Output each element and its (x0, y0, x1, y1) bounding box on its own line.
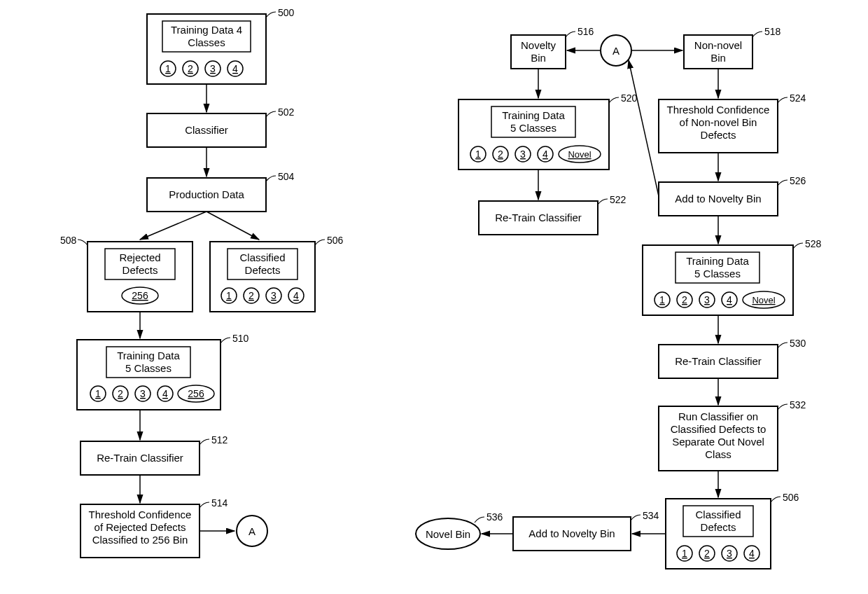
class-2: 2 (188, 63, 193, 74)
label-production: Production Data (169, 188, 244, 200)
svg-text:Add to Novelty Bin: Add to Novelty Bin (528, 527, 615, 539)
ref-510: 510 (232, 333, 249, 344)
svg-text:2: 2 (498, 148, 503, 160)
node-training-5-256: Training Data 5 Classes 1 2 3 4 256 (77, 340, 220, 410)
svg-text:Re-Train Classifier: Re-Train Classifier (97, 452, 183, 464)
ref-508: 508 (60, 235, 77, 246)
ref-520: 520 (621, 92, 638, 104)
svg-text:1: 1 (226, 290, 232, 301)
svg-line-81 (629, 60, 659, 196)
svg-text:Novelty: Novelty (521, 39, 556, 51)
class-1: 1 (165, 63, 171, 74)
svg-text:Re-Train Classifier: Re-Train Classifier (675, 355, 762, 367)
svg-text:Bin: Bin (710, 52, 726, 64)
ref-512: 512 (211, 434, 228, 446)
ref-522: 522 (610, 194, 626, 205)
label: Training Data 4 (171, 24, 242, 36)
svg-text:2: 2 (248, 290, 254, 301)
svg-text:Class: Class (705, 448, 732, 460)
ref-504: 504 (278, 171, 295, 182)
svg-text:Classified Defects to: Classified Defects to (671, 423, 766, 435)
svg-line-8 (140, 212, 206, 240)
svg-text:Novel: Novel (568, 149, 591, 160)
svg-line-9 (206, 212, 259, 240)
svg-text:1: 1 (682, 548, 687, 559)
ref-506b: 506 (783, 492, 799, 503)
ref-518: 518 (764, 26, 781, 37)
svg-text:3: 3 (704, 294, 710, 305)
svg-text:A: A (248, 525, 255, 537)
svg-text:4: 4 (542, 148, 548, 160)
node-training-5-novel-520: Training Data 5 Classes 1 2 3 4 Novel (458, 99, 609, 170)
label: Classes (188, 36, 225, 48)
svg-text:Threshold Confidence: Threshold Confidence (89, 509, 192, 520)
svg-text:256: 256 (132, 290, 148, 301)
svg-text:Rejected: Rejected (119, 251, 160, 263)
svg-text:4: 4 (749, 548, 755, 559)
svg-text:of Non-novel Bin: of Non-novel Bin (680, 116, 757, 128)
svg-text:Threshold Confidence: Threshold Confidence (667, 104, 770, 116)
svg-text:Defects: Defects (701, 521, 736, 533)
ref-524: 524 (790, 92, 806, 104)
svg-text:4: 4 (293, 290, 299, 301)
svg-text:Defects: Defects (701, 129, 736, 141)
svg-text:Classified: Classified (239, 251, 285, 263)
svg-text:Novel Bin: Novel Bin (426, 528, 470, 540)
ref-532: 532 (790, 399, 806, 410)
svg-text:5 Classes: 5 Classes (125, 362, 172, 374)
ref-514: 514 (211, 497, 228, 509)
svg-text:1: 1 (95, 388, 101, 399)
ref-536: 536 (486, 511, 503, 523)
svg-text:3: 3 (271, 290, 276, 301)
ref-500: 500 (278, 7, 295, 18)
svg-text:1: 1 (659, 294, 665, 305)
svg-text:Bin: Bin (531, 52, 546, 64)
svg-text:Non-novel: Non-novel (694, 39, 742, 51)
ref-516: 516 (578, 26, 594, 37)
svg-text:2: 2 (118, 388, 123, 399)
svg-text:Add to Novelty Bin: Add to Novelty Bin (675, 193, 761, 205)
svg-text:2: 2 (704, 548, 710, 559)
svg-text:2: 2 (682, 294, 687, 305)
svg-text:Training Data: Training Data (686, 255, 749, 267)
svg-text:3: 3 (140, 388, 146, 399)
svg-text:5 Classes: 5 Classes (510, 122, 556, 134)
svg-text:Classified: Classified (695, 509, 741, 520)
svg-text:Defects: Defects (245, 264, 281, 276)
svg-text:4: 4 (727, 294, 732, 305)
label-classifier: Classifier (185, 124, 228, 136)
svg-text:Defects: Defects (122, 264, 158, 276)
ref-506: 506 (327, 235, 344, 246)
svg-text:Run Classifier on: Run Classifier on (678, 410, 758, 422)
svg-text:3: 3 (520, 148, 526, 160)
svg-text:4: 4 (162, 388, 168, 399)
svg-text:Re-Train Classifier: Re-Train Classifier (495, 212, 582, 223)
svg-text:Novel: Novel (752, 295, 775, 305)
svg-text:3: 3 (727, 548, 732, 559)
ref-502: 502 (278, 106, 295, 118)
ref-530: 530 (790, 338, 806, 349)
svg-text:256: 256 (188, 388, 204, 399)
node-training-data-4: Training Data 4 Classes 1 2 3 4 (147, 14, 266, 84)
ref-528: 528 (805, 238, 822, 249)
node-classified-defects: Classified Defects 1 2 3 4 (210, 242, 315, 312)
class-4: 4 (232, 63, 238, 74)
ref-526: 526 (790, 175, 806, 186)
node-training-5-novel-528: Training Data 5 Classes 1 2 3 4 Novel (643, 245, 793, 315)
svg-text:Classified to 256 Bin: Classified to 256 Bin (92, 534, 188, 546)
svg-text:1: 1 (475, 148, 481, 160)
ref-534: 534 (643, 510, 659, 521)
class-3: 3 (210, 63, 216, 74)
svg-text:5 Classes: 5 Classes (694, 268, 741, 279)
svg-text:Training Data: Training Data (502, 109, 565, 121)
svg-text:A: A (612, 45, 620, 57)
flowchart-diagram: Training Data 4 Classes 1 2 3 4 500 Clas… (0, 0, 868, 594)
svg-text:Training Data: Training Data (117, 350, 180, 361)
svg-text:Separate Out Novel: Separate Out Novel (672, 436, 764, 448)
node-classified-defects-bottom: Classified Defects 1 2 3 4 (666, 499, 771, 569)
svg-text:of Rejected Defects: of Rejected Defects (94, 521, 186, 533)
node-rejected-defects: Rejected Defects 256 (88, 242, 192, 312)
